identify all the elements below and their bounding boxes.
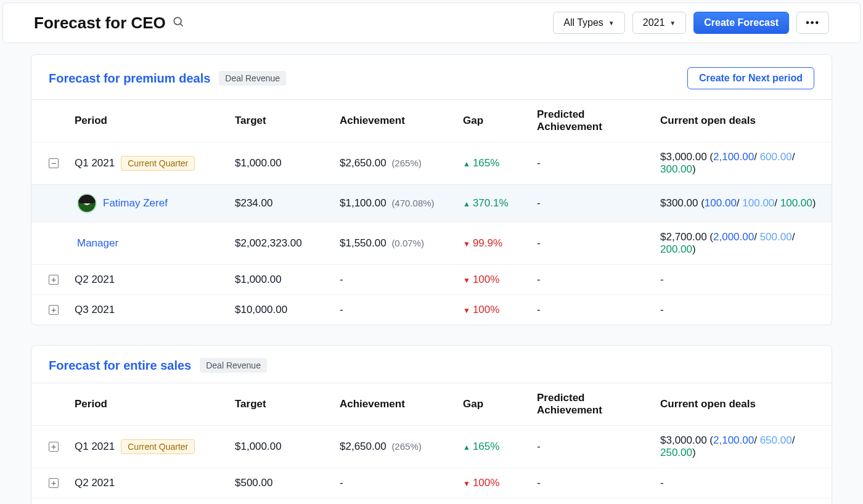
filter-year-label: 2021 bbox=[643, 17, 665, 28]
predicted-value: - bbox=[531, 265, 654, 295]
arrow-down-icon: ▼ bbox=[463, 276, 470, 285]
col-gap: Gap bbox=[457, 100, 531, 142]
card-header: Forecast for premium deals Deal Revenue … bbox=[31, 55, 832, 99]
gap-value: ▲165% bbox=[463, 157, 499, 169]
col-achievement: Achievement bbox=[333, 383, 457, 426]
period-cell: Q3 2021 bbox=[75, 304, 223, 316]
period-cell: Q2 2021 bbox=[75, 477, 223, 489]
achievement-value: $1,100.00 bbox=[340, 197, 387, 209]
create-next-period-button[interactable]: Create for Next period bbox=[687, 67, 814, 89]
period-cell: Q2 2021 bbox=[75, 274, 223, 286]
current-quarter-badge: Current Quarter bbox=[121, 439, 195, 454]
section-title[interactable]: Forecast for premium deals bbox=[49, 71, 210, 86]
achievement-value: $1,550.00 bbox=[340, 237, 387, 249]
predicted-value: - bbox=[531, 498, 654, 505]
target-value: $500.00 bbox=[229, 468, 333, 498]
col-predicted: Predicted Achievement bbox=[531, 383, 654, 426]
gap-value: ▲370.1% bbox=[463, 197, 509, 209]
section-title[interactable]: Forecast for entire sales bbox=[49, 359, 191, 373]
filter-type-dropdown[interactable]: All Types ▼ bbox=[553, 12, 625, 34]
expand-toggle[interactable]: + bbox=[49, 478, 59, 488]
col-target: Target bbox=[229, 383, 333, 426]
predicted-value: - bbox=[531, 222, 654, 265]
target-value: $10,000.00 bbox=[229, 295, 333, 325]
col-gap: Gap bbox=[457, 383, 531, 426]
target-value: $2,002,323.00 bbox=[229, 222, 333, 265]
table-row: + Q3 2021 $1,000.00 - ▼100% - - bbox=[31, 498, 832, 505]
section-tag: Deal Revenue bbox=[219, 71, 286, 86]
table-row: Manager $2,002,323.00 $1,550.00 (0.07%) … bbox=[31, 222, 832, 265]
predicted-value: - bbox=[531, 142, 654, 185]
arrow-down-icon: ▼ bbox=[463, 240, 470, 248]
period-label: Q1 2021 bbox=[75, 441, 115, 453]
section-tag: Deal Revenue bbox=[200, 358, 267, 373]
col-predicted: Predicted Achievement bbox=[531, 100, 654, 142]
top-actions: All Types ▼ 2021 ▼ Create Forecast ••• bbox=[553, 12, 829, 34]
forecast-section: Forecast for premium deals Deal Revenue … bbox=[31, 54, 832, 325]
expand-toggle[interactable]: + bbox=[49, 275, 59, 285]
table-header-row: Period Target Achievement Gap Predicted … bbox=[31, 100, 832, 142]
gap-value: ▼99.9% bbox=[463, 237, 502, 249]
gap-value: ▼100% bbox=[463, 274, 499, 285]
table-row: + Q2 2021 $500.00 - ▼100% - - bbox=[31, 468, 832, 498]
search-icon[interactable] bbox=[172, 15, 184, 30]
predicted-value: - bbox=[531, 185, 654, 222]
open-deals-value: $2,700.00 (2,000.00/ 500.00/ 200.00) bbox=[660, 231, 795, 255]
gap-value: ▼100% bbox=[463, 477, 499, 489]
forecast-section: Forecast for entire sales Deal Revenue P… bbox=[31, 345, 832, 504]
arrow-up-icon: ▲ bbox=[463, 443, 470, 452]
create-forecast-button[interactable]: Create Forecast bbox=[693, 12, 789, 34]
col-target: Target bbox=[229, 100, 333, 142]
arrow-up-icon: ▲ bbox=[463, 200, 470, 208]
target-value: $1,000.00 bbox=[229, 426, 333, 468]
achievement-value: $2,650.00 bbox=[340, 441, 387, 452]
col-period: Period bbox=[68, 383, 229, 426]
gap-value: ▼100% bbox=[463, 304, 499, 315]
svg-line-1 bbox=[181, 24, 183, 26]
expand-toggle[interactable]: + bbox=[49, 442, 59, 452]
filter-year-dropdown[interactable]: 2021 ▼ bbox=[632, 12, 687, 34]
predicted-value: - bbox=[531, 295, 654, 325]
arrow-down-icon: ▼ bbox=[463, 479, 470, 488]
chevron-down-icon: ▼ bbox=[608, 20, 615, 26]
period-cell: Q1 2021Current Quarter bbox=[75, 156, 223, 171]
svg-point-0 bbox=[174, 17, 181, 25]
table-row: + Q3 2021 $10,000.00 - ▼100% - - bbox=[31, 295, 832, 325]
period-label: Q2 2021 bbox=[75, 477, 115, 489]
user-link[interactable]: Fatimay Zeref bbox=[103, 197, 168, 209]
col-achievement: Achievement bbox=[333, 100, 457, 142]
role-link[interactable]: Manager bbox=[77, 237, 118, 250]
target-value: $1,000.00 bbox=[229, 498, 333, 505]
arrow-down-icon: ▼ bbox=[463, 306, 470, 315]
expand-toggle[interactable]: − bbox=[49, 158, 59, 168]
table-row: Fatimay Zeref $234.00 $1,100.00 (470.08%… bbox=[31, 185, 832, 222]
expand-toggle[interactable]: + bbox=[49, 305, 59, 315]
more-icon: ••• bbox=[806, 17, 820, 28]
table-row: + Q2 2021 $1,000.00 - ▼100% - - bbox=[31, 265, 832, 295]
gap-value: ▲165% bbox=[463, 441, 499, 452]
target-value: $234.00 bbox=[229, 185, 333, 222]
more-menu-button[interactable]: ••• bbox=[796, 12, 829, 34]
col-open-deals: Current open deals bbox=[654, 100, 832, 142]
title-group: Forecast for CEO bbox=[34, 14, 184, 33]
achievement-pct: (265%) bbox=[391, 158, 421, 168]
forecast-table: Period Target Achievement Gap Predicted … bbox=[31, 383, 832, 504]
achievement-pct: (470.08%) bbox=[391, 198, 434, 208]
period-label: Q3 2021 bbox=[75, 304, 115, 316]
period-label: Q1 2021 bbox=[75, 157, 115, 169]
col-open-deals: Current open deals bbox=[654, 383, 832, 426]
card-header: Forecast for entire sales Deal Revenue bbox=[31, 346, 832, 383]
table-header-row: Period Target Achievement Gap Predicted … bbox=[31, 383, 832, 426]
page-title: Forecast for CEO bbox=[34, 14, 166, 33]
table-row: − Q1 2021Current Quarter $1,000.00 $2,65… bbox=[31, 142, 832, 185]
period-label: Q2 2021 bbox=[75, 274, 115, 286]
open-deals-value: $3,000.00 (2,100.00/ 650.00/ 250.00) bbox=[660, 434, 795, 458]
current-quarter-badge: Current Quarter bbox=[121, 156, 195, 171]
filter-type-label: All Types bbox=[563, 17, 603, 28]
target-value: $1,000.00 bbox=[229, 265, 333, 295]
achievement-pct: (265%) bbox=[391, 441, 421, 452]
forecast-table: Period Target Achievement Gap Predicted … bbox=[31, 99, 832, 325]
table-row: + Q1 2021Current Quarter $1,000.00 $2,65… bbox=[31, 426, 832, 468]
col-period: Period bbox=[68, 100, 229, 142]
content-container: Forecast for premium deals Deal Revenue … bbox=[0, 48, 863, 504]
